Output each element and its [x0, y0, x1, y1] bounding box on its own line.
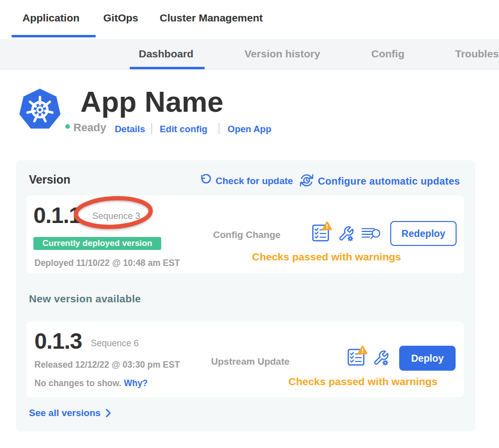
active-subtab-underline [130, 67, 205, 69]
status-ready-label: Ready [73, 121, 106, 134]
available-version-number: 0.1.3 [34, 330, 82, 352]
version-panel-title: Version [29, 173, 70, 187]
secondary-nav: Dashboard Version history Config Trouble… [0, 39, 499, 69]
check-for-update-link[interactable]: Check for update [216, 176, 293, 187]
logs-search-icon[interactable] [361, 226, 381, 243]
tab-cluster-management[interactable]: Cluster Management [160, 12, 263, 24]
see-all-versions-link[interactable]: See all versions [29, 408, 111, 419]
tab-dashboard[interactable]: Dashboard [139, 48, 194, 60]
deployed-timestamp: Deployed 11/10/22 @ 10:48 am EST [34, 258, 180, 268]
status-ready-dot [65, 124, 70, 129]
checks-status-current: Checks passed with warnings [252, 251, 401, 263]
why-link[interactable]: Why? [124, 378, 148, 388]
details-link[interactable]: Details [115, 124, 145, 135]
version-source-label: Upstream Update [211, 356, 289, 367]
tab-config[interactable]: Config [371, 48, 404, 60]
refresh-icon[interactable] [200, 174, 212, 187]
current-version-card: 0.1.1 Sequence 3 Currently deployed vers… [26, 196, 464, 273]
active-tab-underline [11, 35, 96, 37]
tab-version-history[interactable]: Version history [245, 48, 320, 60]
redeploy-button[interactable]: Redeploy [390, 221, 457, 246]
new-version-heading: New version available [29, 293, 141, 305]
available-version-sequence: Sequence 6 [91, 338, 139, 349]
available-version-card: 0.1.3 Sequence 6 Released 12/12/22 @ 03:… [26, 322, 464, 397]
config-wrench-icon[interactable] [338, 225, 354, 242]
configure-automatic-updates-link[interactable]: Configure automatic updates [318, 176, 460, 187]
version-source-label: Config Change [213, 229, 280, 240]
tab-gitops[interactable]: GitOps [103, 12, 138, 24]
chevron-right-icon [105, 409, 111, 418]
open-app-link[interactable]: Open App [228, 124, 271, 135]
no-changes-text: No changes to show. Why? [34, 378, 148, 389]
checks-status-available: Checks passed with warnings [288, 376, 438, 388]
primary-nav: Application GitOps Cluster Management [0, 0, 499, 39]
divider [219, 123, 220, 134]
divider [151, 123, 152, 134]
auto-update-clock-icon[interactable] [299, 173, 314, 188]
kubernetes-logo-icon [18, 88, 62, 132]
preflight-checks-icon[interactable] [347, 345, 367, 366]
tab-troubleshoot[interactable]: Troubleshoot [455, 48, 499, 60]
currently-deployed-badge: Currently deployed version [33, 237, 161, 250]
config-wrench-icon[interactable] [373, 350, 389, 366]
tab-application[interactable]: Application [22, 12, 79, 24]
page: Application GitOps Cluster Management Da… [0, 0, 499, 448]
app-name-title: App Name [80, 87, 224, 116]
no-changes-label: No changes to show. [34, 378, 121, 388]
see-all-versions-label: See all versions [29, 408, 101, 419]
red-circle-annotation [72, 196, 155, 229]
released-timestamp: Released 12/12/22 @ 03:30 pm EST [34, 360, 180, 370]
deploy-button[interactable]: Deploy [399, 346, 456, 371]
version-panel: Version Check for update Configure autom… [16, 160, 475, 432]
preflight-checks-icon[interactable] [312, 221, 332, 242]
edit-config-link[interactable]: Edit config [160, 124, 208, 135]
